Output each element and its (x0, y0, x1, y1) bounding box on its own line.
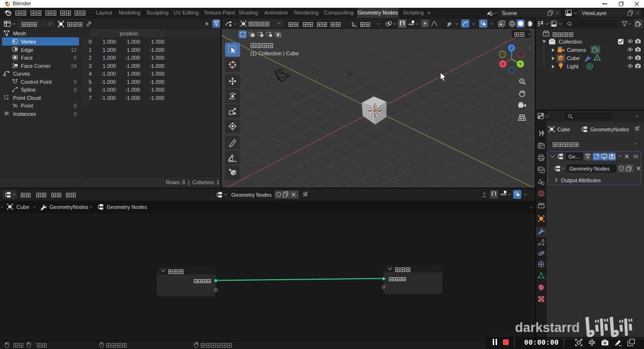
svg-text:Z: Z (510, 46, 513, 50)
svg-text:Y: Y (519, 62, 522, 66)
svg-text:X: X (501, 62, 504, 66)
